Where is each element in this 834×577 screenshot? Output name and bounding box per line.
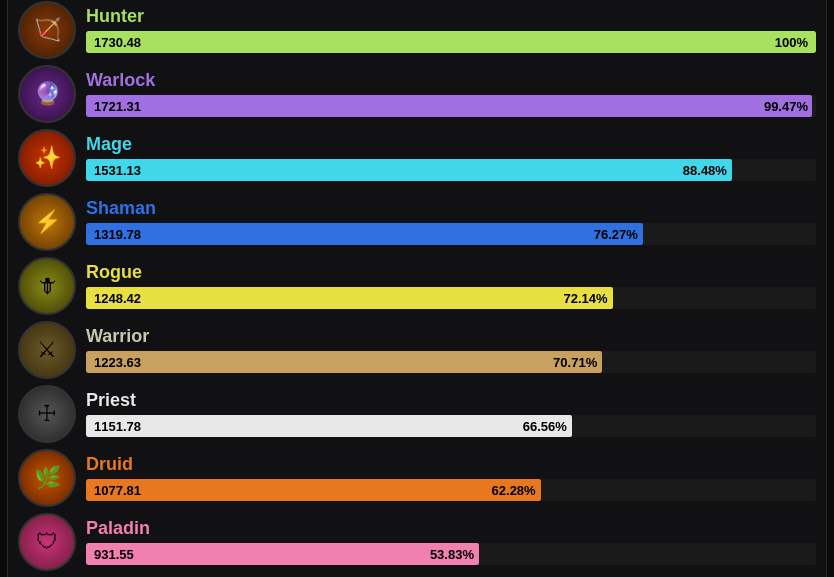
- bar-percent: 70.71%: [553, 355, 597, 370]
- class-name: Rogue: [86, 262, 816, 283]
- bar-fill: [86, 159, 732, 181]
- avatar-druid: 🌿: [18, 449, 76, 507]
- class-info-hunter: Hunter1730.48100%: [86, 6, 816, 53]
- avatar-shaman: ⚡: [18, 193, 76, 251]
- class-name: Druid: [86, 454, 816, 475]
- class-info-paladin: Paladin931.5553.83%: [86, 518, 816, 565]
- bar-container: 1531.1388.48%: [86, 159, 816, 181]
- bar-percent: 66.56%: [523, 419, 567, 434]
- list-item: 🏹Hunter1730.48100%: [18, 1, 816, 59]
- bar-value: 1531.13: [94, 163, 141, 178]
- bar-percent: 72.14%: [564, 291, 608, 306]
- class-info-mage: Mage1531.1388.48%: [86, 134, 816, 181]
- class-name: Warlock: [86, 70, 816, 91]
- avatar-warlock: 🔮: [18, 65, 76, 123]
- bar-container: 1248.4272.14%: [86, 287, 816, 309]
- avatar-warrior: ⚔: [18, 321, 76, 379]
- bar-value: 1319.78: [94, 227, 141, 242]
- bar-value: 1721.31: [94, 99, 141, 114]
- class-info-warrior: Warrior1223.6370.71%: [86, 326, 816, 373]
- list-item: 🛡Paladin931.5553.83%: [18, 513, 816, 571]
- bar-value: 931.55: [94, 547, 134, 562]
- bar-fill: [86, 287, 613, 309]
- bar-fill: [86, 31, 816, 53]
- class-name: Paladin: [86, 518, 816, 539]
- bar-value: 1730.48: [94, 35, 141, 50]
- list-item: ☩Priest1151.7866.56%: [18, 385, 816, 443]
- bar-fill: [86, 351, 602, 373]
- list-item: ⚔Warrior1223.6370.71%: [18, 321, 816, 379]
- bar-container: 1151.7866.56%: [86, 415, 816, 437]
- class-info-druid: Druid1077.8162.28%: [86, 454, 816, 501]
- class-info-warlock: Warlock1721.3199.47%: [86, 70, 816, 117]
- bar-percent: 53.83%: [430, 547, 474, 562]
- bar-fill: [86, 415, 572, 437]
- bar-container: 1730.48100%: [86, 31, 816, 53]
- bar-container: 1319.7876.27%: [86, 223, 816, 245]
- bar-fill: [86, 223, 643, 245]
- list-item: ✨Mage1531.1388.48%: [18, 129, 816, 187]
- avatar-rogue: 🗡: [18, 257, 76, 315]
- class-name: Priest: [86, 390, 816, 411]
- bar-container: 1721.3199.47%: [86, 95, 816, 117]
- avatar-hunter: 🏹: [18, 1, 76, 59]
- class-name: Shaman: [86, 198, 816, 219]
- bar-percent: 100%: [775, 35, 808, 50]
- bar-value: 1223.63: [94, 355, 141, 370]
- list-item: 🗡Rogue1248.4272.14%: [18, 257, 816, 315]
- bar-value: 1151.78: [94, 419, 141, 434]
- class-name: Hunter: [86, 6, 816, 27]
- bar-container: 931.5553.83%: [86, 543, 816, 565]
- leaderboard: 🏹Hunter1730.48100%🔮Warlock1721.3199.47%✨…: [7, 0, 827, 577]
- bar-percent: 76.27%: [594, 227, 638, 242]
- bar-fill: [86, 543, 479, 565]
- bar-percent: 88.48%: [683, 163, 727, 178]
- bar-fill: [86, 479, 541, 501]
- bar-fill: [86, 95, 812, 117]
- bar-container: 1077.8162.28%: [86, 479, 816, 501]
- bar-value: 1077.81: [94, 483, 141, 498]
- class-info-priest: Priest1151.7866.56%: [86, 390, 816, 437]
- list-item: 🌿Druid1077.8162.28%: [18, 449, 816, 507]
- avatar-paladin: 🛡: [18, 513, 76, 571]
- class-info-rogue: Rogue1248.4272.14%: [86, 262, 816, 309]
- bar-percent: 62.28%: [492, 483, 536, 498]
- list-item: 🔮Warlock1721.3199.47%: [18, 65, 816, 123]
- bar-value: 1248.42: [94, 291, 141, 306]
- class-info-shaman: Shaman1319.7876.27%: [86, 198, 816, 245]
- avatar-priest: ☩: [18, 385, 76, 443]
- class-name: Mage: [86, 134, 816, 155]
- bar-container: 1223.6370.71%: [86, 351, 816, 373]
- class-name: Warrior: [86, 326, 816, 347]
- bar-percent: 99.47%: [764, 99, 808, 114]
- avatar-mage: ✨: [18, 129, 76, 187]
- list-item: ⚡Shaman1319.7876.27%: [18, 193, 816, 251]
